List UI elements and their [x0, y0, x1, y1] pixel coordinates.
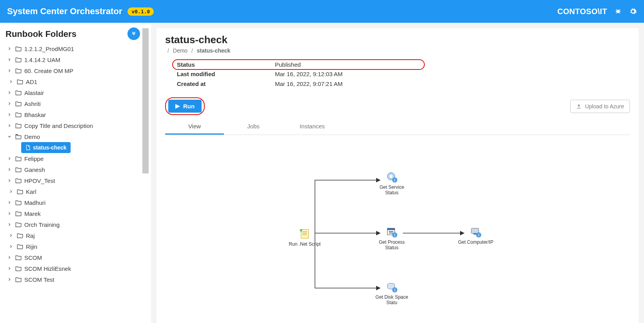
breadcrumb-current: status-check — [197, 47, 231, 54]
folder-label: HPOV_Test — [24, 177, 55, 184]
chevron-right-icon — [8, 244, 14, 249]
svg-text:i: i — [394, 178, 395, 182]
folder-label: Copy Title and Description — [24, 122, 93, 129]
created-label: Created at — [173, 79, 275, 89]
chevron-right-icon — [6, 200, 13, 205]
upload-button-label: Upload to Azure — [585, 103, 624, 109]
folder-icon — [15, 111, 22, 118]
chevron-right-icon — [6, 101, 13, 106]
folder-icon — [16, 78, 24, 85]
svg-rect-16 — [389, 231, 393, 232]
chevron-right-icon — [6, 277, 13, 282]
sidebar-folder[interactable]: 1.4.14.2 UAM — [5, 54, 142, 65]
bug-icon[interactable] — [614, 7, 622, 15]
sidebar-folder[interactable]: Bhaskar — [5, 109, 142, 120]
sidebar-folder[interactable]: Orch Training — [5, 219, 142, 230]
sidebar-scrollbar[interactable] — [142, 28, 149, 173]
runbook-diagram: Run .Net Script i Get Service Status i G… — [165, 143, 630, 312]
node-get-process-status[interactable]: i Get Process Status — [374, 225, 410, 250]
top-bar: System Center Orchestrator v0.1.0 CONTOS… — [0, 0, 644, 23]
sidebar-folder[interactable]: 60. Create OM MP — [5, 65, 142, 76]
sidebar-folder[interactable]: Demo — [5, 131, 142, 142]
folder-label: Alastair — [24, 89, 44, 96]
version-badge: v0.1.0 — [127, 7, 154, 16]
play-icon — [175, 104, 180, 109]
created-value: Mar 16, 2022, 9:07:21 AM — [275, 79, 424, 89]
node-get-service-status[interactable]: i Get Service Status — [374, 170, 410, 195]
folder-icon — [15, 122, 22, 129]
sidebar-folder[interactable]: HPOV_Test — [5, 175, 142, 186]
folder-icon — [15, 265, 22, 272]
sidebar: Runbook Folders 1.2.1.2_ProdMG011.4.14.2… — [0, 23, 151, 323]
chevron-right-icon — [6, 167, 13, 172]
svg-point-0 — [617, 10, 620, 13]
sidebar-folder[interactable]: SCOM HizliEsnek — [5, 263, 142, 274]
folder-icon — [15, 166, 22, 173]
node-label: Run .Net Script — [287, 241, 323, 247]
node-get-computer-ip[interactable]: i Get Computer/IP — [458, 225, 494, 245]
sidebar-folder[interactable]: SCOM Test — [5, 274, 142, 285]
sidebar-folder[interactable]: SCOM — [5, 252, 142, 263]
collapse-sidebar-button[interactable] — [127, 27, 140, 40]
sidebar-folder[interactable]: AD1 — [5, 76, 142, 87]
svg-text:i: i — [394, 288, 395, 292]
modified-label: Last modified — [173, 69, 275, 79]
folder-icon — [15, 100, 22, 107]
folder-icon — [15, 199, 22, 206]
node-run-net-script[interactable]: Run .Net Script — [287, 227, 323, 247]
sidebar-folder[interactable]: Karl — [5, 186, 142, 197]
sidebar-folder[interactable]: 1.2.1.2_ProdMG01 — [5, 43, 142, 54]
run-button[interactable]: Run — [168, 100, 202, 113]
folder-label: 1.4.14.2 UAM — [24, 57, 60, 63]
folder-label: SCOM HizliEsnek — [24, 265, 71, 272]
sidebar-folder[interactable]: Copy Title and Description — [5, 120, 142, 131]
folder-label: Orch Training — [24, 221, 60, 228]
folder-label: Rijin — [26, 243, 37, 250]
tab-view[interactable]: View — [165, 119, 224, 135]
status-label: Status — [173, 60, 275, 69]
runbook-item-label: status-check — [33, 144, 67, 151]
folder-icon — [16, 232, 24, 239]
folder-label: Marek — [24, 210, 41, 217]
process-info-icon: i — [385, 225, 398, 239]
folder-label: 60. Create OM MP — [24, 68, 73, 74]
folder-icon — [15, 210, 22, 217]
chevron-right-icon — [6, 90, 13, 95]
sidebar-folder[interactable]: Felippe — [5, 153, 142, 164]
script-icon — [298, 227, 311, 241]
sidebar-folder[interactable]: Marek — [5, 208, 142, 219]
run-button-label: Run — [183, 103, 195, 109]
computer-info-icon: i — [469, 225, 482, 239]
breadcrumb: / Demo / status-check — [165, 47, 630, 54]
sidebar-folder[interactable]: Madhuri — [5, 197, 142, 208]
sidebar-folder[interactable]: Alastair — [5, 87, 142, 98]
sidebar-folder[interactable]: Ashriti — [5, 98, 142, 109]
svg-rect-21 — [473, 234, 477, 235]
folder-icon — [16, 188, 24, 195]
sidebar-runbook-item[interactable]: status-check — [21, 142, 71, 153]
breadcrumb-parent[interactable]: Demo — [173, 47, 187, 54]
upload-to-azure-button[interactable]: Upload to Azure — [570, 100, 630, 113]
folder-icon — [15, 254, 22, 261]
folder-tree: 1.2.1.2_ProdMG011.4.14.2 UAM60. Create O… — [5, 43, 151, 285]
folder-label: Madhuri — [24, 199, 45, 206]
sidebar-folder[interactable]: Rijin — [5, 241, 142, 252]
tab-jobs[interactable]: Jobs — [224, 119, 283, 135]
chevron-right-icon — [6, 57, 13, 62]
chevron-right-icon — [6, 123, 13, 128]
sidebar-folder[interactable]: Ganesh — [5, 164, 142, 175]
folder-label: Demo — [24, 133, 40, 140]
chevron-right-icon — [6, 255, 13, 260]
gear-icon[interactable] — [629, 7, 637, 15]
node-get-disk-space[interactable]: i Get Disk Space Statu — [374, 280, 410, 305]
folder-icon — [15, 177, 22, 184]
folder-icon — [15, 67, 22, 74]
tab-instances[interactable]: Instances — [283, 119, 342, 135]
disk-info-icon: i — [385, 280, 398, 294]
folder-icon — [15, 276, 22, 283]
folder-label: Karl — [26, 188, 36, 195]
node-label: Get Service Status — [374, 184, 410, 195]
folder-label: AD1 — [26, 78, 37, 85]
svg-marker-1 — [175, 104, 180, 109]
sidebar-folder[interactable]: Raj — [5, 230, 142, 241]
